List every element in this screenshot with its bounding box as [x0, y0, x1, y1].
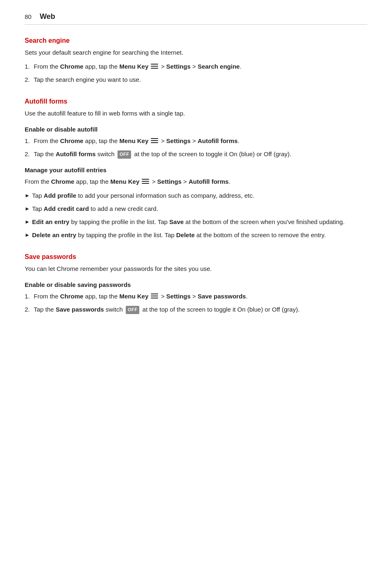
bullet-add-profile-text: Tap Add profile to add your personal inf…	[32, 191, 254, 201]
menu-key-bold-2: Menu Key	[119, 137, 148, 144]
bullet-arrow-4: ►	[25, 231, 32, 240]
autofill-step-1: 1. From the Chrome app, tap the Menu Key…	[25, 136, 367, 146]
menu-key-icon-4	[151, 294, 158, 299]
autofill-forms-bold-3: Autofill forms	[189, 178, 229, 185]
section-save-passwords: Save passwords You can let Chrome rememb…	[25, 253, 367, 314]
delete-bold: Delete	[176, 231, 195, 238]
settings-bold-2: Settings	[166, 137, 191, 144]
save-step-1-num: 1.	[25, 291, 34, 301]
chrome-bold-3: Chrome	[51, 178, 74, 185]
off-badge-2: OFF	[126, 306, 140, 314]
autofill-forms-bold: Autofill forms	[198, 137, 238, 144]
search-engine-steps: 1. From the Chrome app, tap the Menu Key…	[25, 62, 367, 85]
autofill-step-2-text: Tap the Autofill forms switch OFF at the…	[34, 149, 291, 159]
menu-key-bold-4: Menu Key	[119, 293, 148, 300]
save-step-1-text: From the Chrome app, tap the Menu Key > …	[34, 291, 248, 301]
delete-entry-bold: Delete an entry	[32, 231, 76, 238]
bullet-add-profile: ► Tap Add profile to add your personal i…	[25, 191, 367, 201]
autofill-forms-title: Autofill forms	[25, 98, 367, 105]
autofill-step-1-text: From the Chrome app, tap the Menu Key > …	[34, 136, 240, 146]
menu-key-bold: Menu Key	[119, 63, 148, 70]
bullet-arrow-1: ►	[25, 192, 32, 200]
manage-autofill-intro: From the Chrome app, tap the Menu Key > …	[25, 177, 367, 187]
chrome-bold-4: Chrome	[60, 293, 83, 300]
enable-disable-saving-title: Enable or disable saving passwords	[25, 281, 367, 288]
autofill-forms-bold-2: Autofill forms	[55, 150, 96, 157]
settings-bold-3: Settings	[157, 178, 182, 185]
page-header: 80 Web	[25, 12, 367, 25]
menu-key-icon-3	[142, 179, 149, 185]
step-2-num: 2.	[25, 75, 34, 85]
step-1: 1. From the Chrome app, tap the Menu Key…	[25, 62, 367, 72]
page: 80 Web Search engine Sets your default s…	[0, 0, 392, 352]
save-passwords-bold-2: Save passwords	[55, 306, 104, 313]
settings-bold: Settings	[166, 63, 191, 70]
bullet-arrow-2: ►	[25, 205, 32, 213]
edit-entry-bold: Edit an entry	[32, 218, 69, 225]
section-search-engine: Search engine Sets your default search e…	[25, 37, 367, 85]
settings-bold-4: Settings	[166, 293, 191, 300]
save-step-2-text: Tap the Save passwords switch OFF at the…	[34, 305, 300, 314]
autofill-step-1-num: 1.	[25, 136, 34, 146]
page-title: Web	[40, 12, 55, 21]
bullet-add-credit-card: ► Tap Add credit card to add a new credi…	[25, 204, 367, 214]
autofill-step-2: 2. Tap the Autofill forms switch OFF at …	[25, 149, 367, 159]
bullet-edit-entry: ► Edit an entry by tapping the profile i…	[25, 217, 367, 227]
step-2: 2. Tap the search engine you want to use…	[25, 75, 367, 85]
save-passwords-bold: Save passwords	[198, 293, 246, 300]
chrome-bold-2: Chrome	[60, 137, 83, 144]
save-passwords-title: Save passwords	[25, 253, 367, 261]
menu-key-icon	[151, 64, 158, 69]
section-autofill-forms: Autofill forms Use the autofill feature …	[25, 98, 367, 240]
save-step-2-num: 2.	[25, 305, 34, 314]
bullet-delete-entry: ► Delete an entry by tapping the profile…	[25, 230, 367, 240]
save-passwords-description: You can let Chrome remember your passwor…	[25, 264, 367, 274]
manage-autofill-title: Manage your autofill entries	[25, 166, 367, 173]
bullet-edit-entry-text: Edit an entry by tapping the profile in …	[32, 217, 345, 227]
autofill-step-2-num: 2.	[25, 149, 34, 159]
bullet-delete-entry-text: Delete an entry by tapping the profile i…	[32, 230, 326, 240]
search-engine-bold: Search engine	[198, 63, 240, 70]
save-bold: Save	[169, 218, 184, 225]
page-number: 80	[25, 13, 32, 20]
autofill-bullets: ► Tap Add profile to add your personal i…	[25, 191, 367, 240]
menu-key-bold-3: Menu Key	[110, 178, 139, 185]
chrome-bold: Chrome	[60, 63, 83, 70]
autofill-forms-description: Use the autofill feature to fill in web …	[25, 109, 367, 118]
add-profile-bold: Add profile	[44, 192, 76, 199]
enable-disable-autofill-steps: 1. From the Chrome app, tap the Menu Key…	[25, 136, 367, 159]
save-passwords-steps: 1. From the Chrome app, tap the Menu Key…	[25, 291, 367, 314]
bullet-add-credit-card-text: Tap Add credit card to add a new credit …	[32, 204, 158, 214]
step-2-text: Tap the search engine you want to use.	[34, 75, 141, 85]
bullet-arrow-3: ►	[25, 218, 32, 227]
menu-key-icon-2	[151, 138, 158, 144]
step-1-num: 1.	[25, 62, 34, 72]
save-step-2: 2. Tap the Save passwords switch OFF at …	[25, 305, 367, 314]
save-step-1: 1. From the Chrome app, tap the Menu Key…	[25, 291, 367, 301]
enable-disable-autofill-title: Enable or disable autofill	[25, 126, 367, 133]
search-engine-description: Sets your default search engine for sear…	[25, 48, 367, 58]
search-engine-title: Search engine	[25, 37, 367, 44]
step-1-text: From the Chrome app, tap the Menu Key > …	[34, 62, 242, 72]
add-credit-card-bold: Add credit card	[44, 205, 89, 212]
off-badge-1: OFF	[118, 150, 131, 159]
